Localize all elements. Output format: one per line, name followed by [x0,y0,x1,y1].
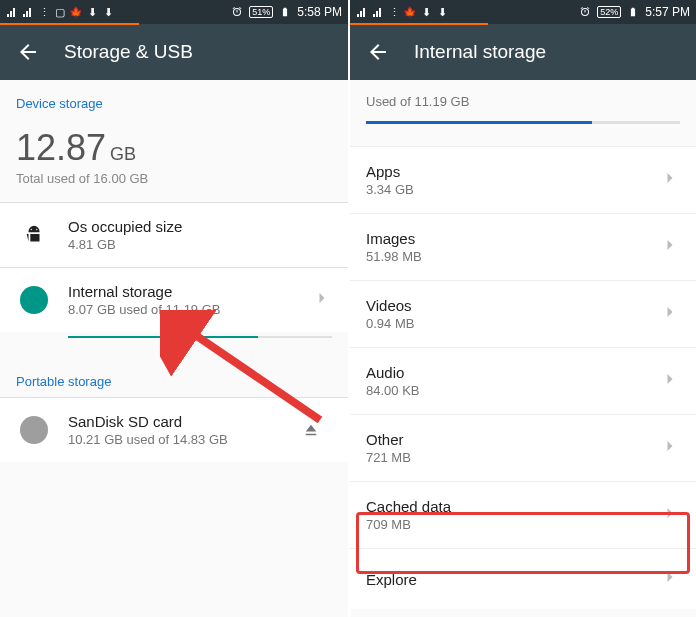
alarm-icon [231,6,243,18]
item-title: Os occupied size [68,218,332,235]
appbar: Storage & USB [0,24,348,80]
total-capacity-sub: Total used of 16.00 GB [16,171,332,186]
content: Used of 11.19 GB Apps 3.34 GB Images 51.… [350,80,696,617]
screen-internal-storage: ⋮ 🍁 ⬇ ⬇ 52% 5:57 PM Internal storage Use… [348,0,696,617]
content: Device storage 12.87GB Total used of 16.… [0,80,348,617]
appbar: Internal storage [350,24,696,80]
chevron-right-icon [660,503,680,527]
total-used-unit: GB [110,144,136,164]
storage-category-other[interactable]: Other 721 MB [350,414,696,481]
item-title: Images [366,230,660,247]
leaf-icon: 🍁 [404,6,416,18]
item-title: Videos [366,297,660,314]
chevron-right-icon [660,567,680,591]
storage-category-videos[interactable]: Videos 0.94 MB [350,280,696,347]
svg-point-1 [36,229,37,230]
page-title: Internal storage [414,41,546,63]
circle-icon [16,282,52,318]
item-title: Explore [366,571,660,588]
signal-icon [356,6,368,18]
chevron-right-icon [660,235,680,259]
used-sub: Used of 11.19 GB [366,94,680,109]
item-title: Other [366,431,660,448]
alarm-icon [579,6,591,18]
chevron-right-icon [660,436,680,460]
eject-icon[interactable] [302,421,320,439]
storage-category-cached[interactable]: Cached data 709 MB [350,481,696,548]
total-used-value: 12.87 [16,127,106,168]
total-storage-summary: 12.87GB Total used of 16.00 GB [0,119,348,202]
chevron-right-icon [660,302,680,326]
storage-category-audio[interactable]: Audio 84.00 KB [350,347,696,414]
statusbar: ⋮ ▢ 🍁 ⬇ ⬇ 51% 5:58 PM [0,0,348,24]
signal-icon [372,6,384,18]
image-icon: ▢ [54,6,66,18]
item-title: Internal storage [68,283,312,300]
download-icon: ⬇ [86,6,98,18]
portable-storage-header: Portable storage [0,358,348,397]
item-title: SanDisk SD card [68,413,302,430]
usage-progress [366,121,680,124]
svg-point-0 [31,229,32,230]
item-sub: 51.98 MB [366,249,660,264]
page-title: Storage & USB [64,41,193,63]
more-icon: ⋮ [388,6,400,18]
item-sub: 0.94 MB [366,316,660,331]
back-arrow-icon[interactable] [366,40,390,64]
item-sub: 709 MB [366,517,660,532]
internal-progress [68,336,332,338]
screen-storage-usb: ⋮ ▢ 🍁 ⬇ ⬇ 51% 5:58 PM Storage & USB Devi… [0,0,348,617]
storage-category-explore[interactable]: Explore [350,548,696,609]
statusbar: ⋮ 🍁 ⬇ ⬇ 52% 5:57 PM [350,0,696,24]
sd-card-item[interactable]: SanDisk SD card 10.21 GB used of 14.83 G… [0,397,348,462]
battery-icon [279,6,291,18]
item-sub: 721 MB [366,450,660,465]
signal-icon [22,6,34,18]
android-icon [16,217,52,253]
storage-category-images[interactable]: Images 51.98 MB [350,213,696,280]
clock-time: 5:57 PM [645,5,690,19]
device-storage-header: Device storage [0,80,348,119]
chevron-right-icon [660,369,680,393]
circle-icon [16,412,52,448]
item-title: Apps [366,163,660,180]
chevron-right-icon [312,288,332,312]
item-sub: 3.34 GB [366,182,660,197]
chevron-right-icon [660,168,680,192]
item-sub: 8.07 GB used of 11.19 GB [68,302,312,317]
os-occupied-item[interactable]: Os occupied size 4.81 GB [0,202,348,267]
item-title: Audio [366,364,660,381]
used-header: Used of 11.19 GB [350,80,696,113]
internal-storage-item[interactable]: Internal storage 8.07 GB used of 11.19 G… [0,267,348,332]
item-sub: 84.00 KB [366,383,660,398]
battery-icon [627,6,639,18]
clock-time: 5:58 PM [297,5,342,19]
item-title: Cached data [366,498,660,515]
download-icon: ⬇ [436,6,448,18]
back-arrow-icon[interactable] [16,40,40,64]
battery-percent: 51% [249,6,273,18]
more-icon: ⋮ [38,6,50,18]
download-icon: ⬇ [102,6,114,18]
download-icon: ⬇ [420,6,432,18]
storage-category-apps[interactable]: Apps 3.34 GB [350,146,696,213]
battery-percent: 52% [597,6,621,18]
item-sub: 4.81 GB [68,237,332,252]
signal-icon [6,6,18,18]
leaf-icon: 🍁 [70,6,82,18]
item-sub: 10.21 GB used of 14.83 GB [68,432,302,447]
